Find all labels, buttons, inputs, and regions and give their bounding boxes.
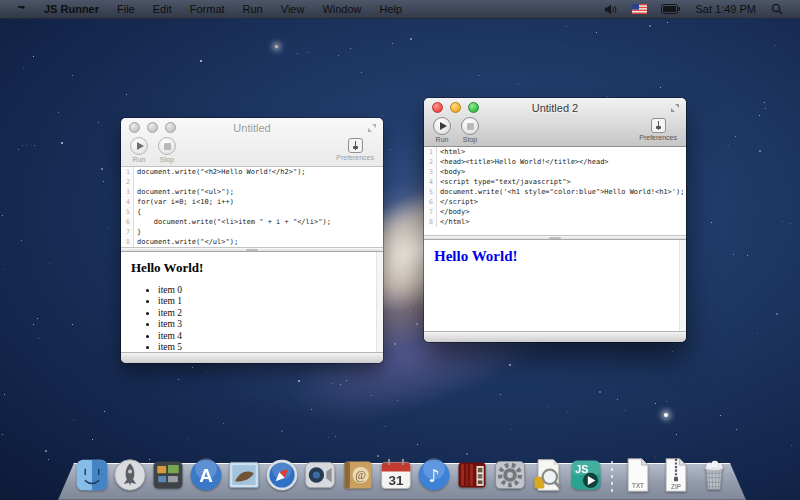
window-header: Untitled Run Stop Preferences (121, 118, 383, 167)
dock-launchpad-icon[interactable] (112, 455, 148, 493)
line-number: 2 (121, 177, 134, 187)
code-line[interactable]: document.write("</ul>"); (134, 237, 238, 247)
code-line[interactable]: document.write("<ul>"); (134, 187, 234, 197)
line-number: 6 (424, 197, 437, 207)
menu-item-view[interactable]: View (272, 0, 314, 19)
dock-js-runner-icon[interactable]: JS (568, 455, 604, 493)
us-flag-icon[interactable] (625, 0, 654, 19)
menu-item-format[interactable]: Format (181, 0, 234, 19)
dock-system-preferences-icon[interactable] (492, 455, 528, 493)
svg-text:TXT: TXT (632, 482, 644, 489)
dock: A@31♪JSTXTZIP (74, 455, 732, 493)
menu-clock[interactable]: Sat 1:49 PM (687, 3, 764, 15)
dock-txt-file-icon[interactable]: TXT (620, 455, 656, 493)
output-heading: Hello World! (434, 248, 670, 265)
line-number: 1 (121, 167, 134, 177)
code-line[interactable]: } (134, 227, 141, 237)
play-icon (137, 142, 144, 150)
dock-zip-file-icon[interactable]: ZIP (658, 455, 694, 493)
code-line[interactable]: document.write("<li>item " + i + "</li>"… (134, 217, 331, 227)
line-number: 6 (121, 217, 134, 227)
svg-text:♪: ♪ (428, 465, 440, 486)
dock-app-store-icon[interactable]: A (188, 455, 224, 493)
dock-calendar-icon[interactable]: 31 (378, 455, 414, 493)
menu-item-file[interactable]: File (108, 0, 144, 19)
fullscreen-icon[interactable] (670, 103, 680, 113)
svg-text:31: 31 (388, 473, 404, 488)
preferences-icon (348, 138, 363, 153)
close-button[interactable] (432, 102, 443, 113)
menu-item-help[interactable]: Help (371, 0, 412, 19)
menu-item-window[interactable]: Window (313, 0, 370, 19)
fullscreen-icon[interactable] (367, 123, 377, 133)
code-editor[interactable]: 1<html> 2<head><title>Hello World!</titl… (424, 147, 686, 235)
code-line[interactable]: <script type="text/javascript"> (437, 177, 571, 187)
run-button[interactable]: Run (433, 117, 451, 143)
scrollbar[interactable] (376, 252, 383, 352)
code-line[interactable]: </body> (437, 207, 470, 217)
line-number: 2 (424, 157, 437, 167)
svg-text:ZIP: ZIP (671, 483, 681, 490)
dock-trash-icon[interactable] (696, 455, 732, 493)
code-line[interactable]: <html> (437, 147, 465, 157)
output-list: item 0 item 1 item 2 item 3 item 4 item … (131, 285, 367, 352)
code-line[interactable]: { (134, 207, 141, 217)
output-heading: Hello World! (131, 260, 367, 276)
dock-document-search-icon[interactable] (530, 455, 566, 493)
code-line[interactable] (134, 177, 137, 187)
dock-photo-booth-icon[interactable] (454, 455, 490, 493)
dock-finder-icon[interactable] (74, 455, 110, 493)
list-item: item 5 (158, 342, 367, 352)
battery-icon[interactable] (654, 0, 687, 19)
line-number: 3 (424, 167, 437, 177)
dock-mail-icon[interactable] (226, 455, 262, 493)
code-line[interactable]: document.write("<h2>Hello World!</h2>"); (134, 167, 306, 177)
run-button[interactable]: Run (130, 137, 148, 163)
code-line[interactable]: for(var i=0; i<10; i++) (134, 197, 234, 207)
stop-icon (467, 123, 474, 130)
zoom-button[interactable] (165, 122, 176, 133)
stop-icon (164, 143, 171, 150)
minimize-button[interactable] (147, 122, 158, 133)
status-bar (424, 331, 686, 342)
code-line[interactable]: <body> (437, 167, 465, 177)
list-item: item 3 (158, 319, 367, 330)
apple-menu-icon[interactable] (10, 0, 35, 19)
code-line[interactable]: <head><title>Hello World!</title></head> (437, 157, 609, 167)
stop-button[interactable]: Stop (461, 117, 479, 143)
menu-item-edit[interactable]: Edit (144, 0, 181, 19)
code-line[interactable]: </script> (437, 197, 478, 207)
dock-facetime-icon[interactable] (302, 455, 338, 493)
svg-text:@: @ (355, 469, 366, 482)
dock-safari-icon[interactable] (264, 455, 300, 493)
line-number: 5 (424, 187, 437, 197)
menu-items: FileEditFormatRunViewWindowHelp (108, 0, 411, 19)
scrollbar[interactable] (679, 240, 686, 331)
window-untitled-2: Untitled 2 Run Stop Preferences 1<html> … (424, 98, 686, 342)
stop-button[interactable]: Stop (158, 137, 176, 163)
dock-itunes-icon[interactable]: ♪ (416, 455, 452, 493)
zoom-button[interactable] (468, 102, 479, 113)
line-number: 4 (424, 177, 437, 187)
list-item: item 4 (158, 331, 367, 342)
window-untitled: Untitled Run Stop Preferences 1document.… (121, 118, 383, 363)
preferences-icon (651, 118, 666, 133)
code-line[interactable]: </html> (437, 217, 470, 227)
app-menu-title[interactable]: JS Runner (35, 0, 108, 19)
dock-mission-control-icon[interactable] (150, 455, 186, 493)
preferences-button[interactable]: Preferences (639, 117, 677, 141)
menu-item-run[interactable]: Run (234, 0, 272, 19)
preferences-button[interactable]: Preferences (336, 137, 374, 161)
dock-address-book-icon[interactable]: @ (340, 455, 376, 493)
volume-icon[interactable] (598, 0, 625, 19)
play-icon (440, 122, 447, 130)
close-button[interactable] (129, 122, 140, 133)
line-number: 5 (121, 207, 134, 217)
code-line[interactable]: document.write('<h1 style="color:blue">H… (437, 187, 684, 197)
minimize-button[interactable] (450, 102, 461, 113)
titlebar[interactable]: Untitled 2 (424, 98, 686, 117)
titlebar[interactable]: Untitled (121, 118, 383, 137)
line-number: 8 (121, 237, 134, 247)
spotlight-search-icon[interactable] (764, 0, 790, 19)
code-editor[interactable]: 1document.write("<h2>Hello World!</h2>")… (121, 167, 383, 247)
